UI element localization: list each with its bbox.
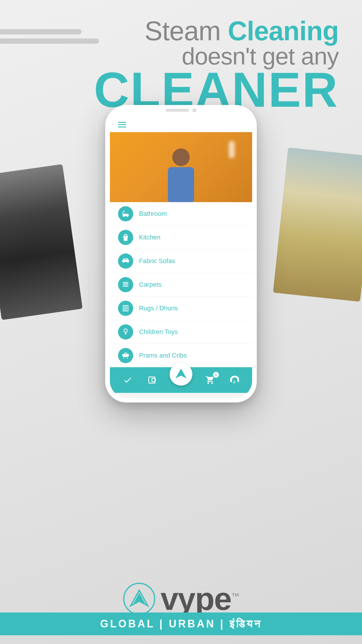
- carpets-label: Carpets: [139, 281, 161, 288]
- pram-icon: [122, 351, 130, 360]
- person-head: [172, 148, 190, 166]
- phone-notch: [152, 105, 210, 116]
- tagline-bar: GLOBAL | URBAN | इंडियन: [0, 612, 362, 635]
- kitchen-icon-circle: [118, 230, 133, 245]
- rugs-label: Rugs / Dhuris: [139, 304, 178, 312]
- headset-icon: [230, 375, 239, 385]
- brand-logo-area: vype™: [123, 583, 239, 615]
- rug-icon: [122, 304, 130, 312]
- nav-home-button[interactable]: [170, 363, 192, 386]
- apron-icon: [122, 233, 130, 242]
- sofa-icon: [122, 257, 130, 265]
- notch-camera: [192, 108, 196, 112]
- cart-badge: 1: [213, 372, 219, 378]
- prams-label: Prams and Cribs: [139, 352, 187, 359]
- person-torso: [168, 167, 194, 202]
- vype-logo-nav-icon: [174, 367, 188, 381]
- menu-item-rugs[interactable]: Rugs / Dhuris: [110, 297, 252, 320]
- nav-tasks-button[interactable]: [121, 374, 134, 386]
- phone-shell: Bathroom Kitchen: [105, 105, 257, 402]
- notch-speaker: [166, 109, 189, 112]
- brand-name: vype™: [161, 583, 239, 615]
- svg-marker-0: [175, 369, 187, 379]
- steam-effect: [229, 141, 235, 158]
- bathroom-icon-circle: [118, 206, 133, 221]
- fabric-sofas-label: Fabric Sofas: [139, 257, 175, 265]
- menu-item-bathroom[interactable]: Bathroom: [110, 202, 252, 226]
- menu-item-kitchen[interactable]: Kitchen: [110, 226, 252, 249]
- bathroom-label: Bathroom: [139, 210, 167, 218]
- service-menu: Bathroom Kitchen: [110, 202, 252, 367]
- toys-icon-circle: [118, 324, 133, 340]
- kitchen-label: Kitchen: [139, 234, 160, 241]
- menu-item-children-toys[interactable]: Children Toys: [110, 320, 252, 344]
- menu-item-carpets[interactable]: Carpets: [110, 273, 252, 297]
- nav-cart-button[interactable]: 1: [204, 374, 217, 386]
- logo-circle: [123, 583, 155, 615]
- children-toys-label: Children Toys: [139, 328, 178, 336]
- bathtub-icon: [122, 210, 130, 218]
- hamburger-button[interactable]: [118, 122, 126, 127]
- tagline-text: GLOBAL | URBAN | इंडियन: [0, 618, 362, 630]
- nav-wallet-button[interactable]: [145, 374, 158, 386]
- carpet-icon: [122, 281, 130, 289]
- sofas-icon-circle: [118, 253, 133, 269]
- headline-cleaning: Cleaning: [228, 16, 339, 46]
- headline-line1: Steam Cleaning: [0, 18, 339, 44]
- hero-image: [110, 132, 252, 202]
- phone-screen: Bathroom Kitchen: [110, 116, 252, 398]
- carpets-icon-circle: [118, 277, 133, 292]
- wallet-icon: [147, 375, 157, 385]
- tagline-area: GLOBAL | URBAN | इंडियन: [0, 612, 362, 635]
- background-photo-right: [273, 148, 362, 302]
- prams-icon-circle: [118, 348, 133, 363]
- app-topbar: [110, 116, 252, 132]
- rugs-icon-circle: [118, 301, 133, 316]
- vype-logo-icon: [129, 589, 150, 609]
- bottom-navigation: 1: [110, 367, 252, 393]
- nav-support-button[interactable]: [228, 374, 241, 386]
- hero-person: [168, 148, 194, 202]
- menu-item-fabric-sofas[interactable]: Fabric Sofas: [110, 249, 252, 273]
- toy-icon: [122, 328, 130, 336]
- tasks-icon: [123, 375, 132, 385]
- phone-mockup: Bathroom Kitchen: [105, 105, 257, 402]
- headline-area: Steam Cleaning doesn't get any CLEANER: [0, 18, 362, 114]
- cart-icon: [205, 375, 215, 385]
